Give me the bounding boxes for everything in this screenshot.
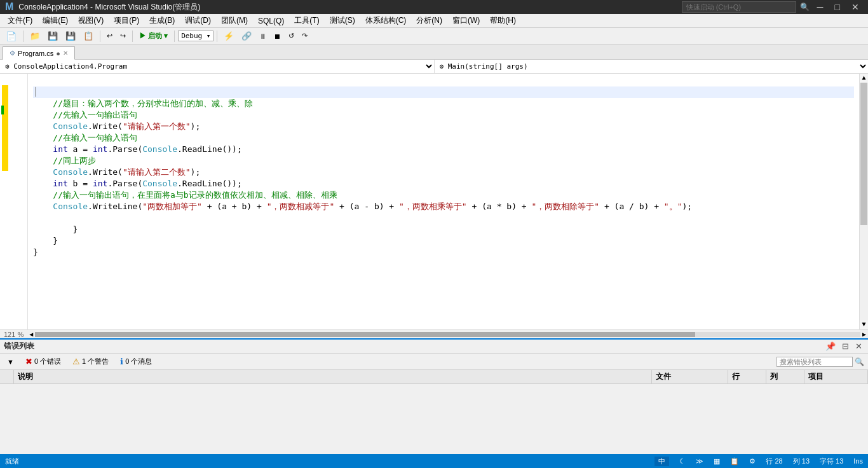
line-num xyxy=(10,189,25,201)
warning-icon: ⚠ xyxy=(72,357,80,366)
editor-and-panels: │ //题目：输入两个数，分别求出他们的加、减、乘、除 //先输入一句输出语句 … xyxy=(0,74,868,440)
menu-file[interactable]: 文件(F) xyxy=(3,14,37,27)
undo-button[interactable]: ↩ xyxy=(104,30,116,43)
error-list-header: 说明 文件 行 列 项目 xyxy=(0,370,868,384)
col-header-row[interactable]: 行 xyxy=(728,370,766,383)
line-num xyxy=(10,212,25,224)
info-icon: ℹ xyxy=(120,357,123,366)
toolbar-btn-5[interactable]: 📋 xyxy=(80,30,97,43)
error-list-table: 说明 文件 行 列 项目 xyxy=(0,370,868,440)
toolbar-btn-step[interactable]: ↷ xyxy=(299,30,311,43)
line-num xyxy=(10,235,25,247)
tab-close-button[interactable]: ✕ xyxy=(63,50,68,57)
menu-architecture[interactable]: 体系结构(C) xyxy=(360,14,412,27)
filter-warnings-button[interactable]: ⚠ 1 个警告 xyxy=(69,355,112,368)
minimize-button[interactable]: ─ xyxy=(813,2,827,12)
menu-window[interactable]: 窗口(W) xyxy=(447,14,485,27)
hscroll-left-arrow[interactable]: ◀ xyxy=(27,331,35,338)
menu-test[interactable]: 测试(S) xyxy=(325,14,360,27)
menu-sql[interactable]: SQL(Q) xyxy=(253,15,289,27)
indicator-column xyxy=(0,74,10,329)
hscrollbar: 121 % ◀ ▶ xyxy=(0,329,868,338)
errorlist-dock-button[interactable]: ⊟ xyxy=(840,341,851,351)
menu-edit[interactable]: 编辑(E) xyxy=(37,14,73,27)
hscroll-track[interactable] xyxy=(35,332,860,337)
menu-debug[interactable]: 调试(D) xyxy=(180,14,216,27)
line-num xyxy=(10,144,25,155)
error-list-panel: 错误列表 📌 ⊟ ✕ ▼ ✖ 0 个错误 ⚠ 1 个警告 xyxy=(0,338,868,440)
code-comment-4: //同上两步 xyxy=(33,156,96,165)
member-nav-dropdown[interactable]: ⚙ Main(string[] args) xyxy=(435,60,869,73)
code-line-14: } xyxy=(33,247,38,257)
save-button[interactable]: 💾 xyxy=(44,30,61,43)
scroll-up-arrow[interactable]: ▲ xyxy=(860,74,868,83)
errorlist-close-button[interactable]: ✕ xyxy=(853,341,864,351)
restore-button[interactable]: □ xyxy=(831,2,844,12)
code-comment-5: //输入一句输出语句，在里面将a与b记录的数值依次相加、相减、相除、相乘 xyxy=(33,190,337,200)
code-editor[interactable]: │ //题目：输入两个数，分别求出他们的加、减、乘、除 //先输入一句输出语句 … xyxy=(28,74,859,329)
save-all-button[interactable]: 💾 xyxy=(62,30,79,43)
col-header-file[interactable]: 文件 xyxy=(652,370,728,383)
line-num xyxy=(10,98,25,109)
toolbar-btn-run[interactable]: ⚡ xyxy=(220,30,237,43)
toolbar-btn-attach[interactable]: 🔗 xyxy=(238,30,255,43)
search-icon[interactable]: 🔍 xyxy=(855,357,864,366)
menu-build[interactable]: 生成(B) xyxy=(144,14,180,27)
filter-toggle[interactable]: ▼ xyxy=(4,357,17,367)
hscroll-right-arrow[interactable]: ▶ xyxy=(860,331,868,338)
toolbar-btn-restart[interactable]: ↺ xyxy=(285,30,297,43)
col-header-project[interactable]: 项目 xyxy=(804,370,868,383)
vs-logo: M xyxy=(5,1,13,13)
tab-modified: ● xyxy=(56,50,60,57)
toolbar-separator-5 xyxy=(217,31,217,42)
col-header-icon[interactable] xyxy=(0,370,14,383)
redo-button[interactable]: ↪ xyxy=(117,30,129,43)
menu-tools[interactable]: 工具(T) xyxy=(289,14,324,27)
breakpoint-indicator xyxy=(2,85,8,171)
menu-team[interactable]: 团队(M) xyxy=(216,14,253,27)
menu-analyze[interactable]: 分析(N) xyxy=(411,14,447,27)
quick-launch-input[interactable] xyxy=(682,1,796,13)
menu-project[interactable]: 项目(P) xyxy=(109,14,144,27)
code-comment-3: //在输入一句输入语句 xyxy=(33,133,137,142)
error-list-toolbar: ▼ ✖ 0 个错误 ⚠ 1 个警告 ℹ 0 个消息 🔍 xyxy=(0,354,868,370)
cursor-line: │ xyxy=(33,86,854,98)
open-button[interactable]: 📁 xyxy=(27,30,43,43)
menu-help[interactable]: 帮助(H) xyxy=(485,14,521,27)
code-line-3: Console.Write("请输入第一个数"); xyxy=(33,121,200,131)
errorlist-pin-button[interactable]: 📌 xyxy=(824,341,837,351)
code-comment-1: //题目：输入两个数，分别求出他们的加、减、乘、除 xyxy=(33,99,253,108)
info-count: 0 个消息 xyxy=(125,357,152,366)
debug-config-dropdown[interactable]: Debug ▾ xyxy=(178,31,214,41)
toolbar-separator-1 xyxy=(23,31,24,42)
line-num xyxy=(10,178,25,189)
titlebar-left: M ConsoleApplication4 - Microsoft Visual… xyxy=(5,1,200,13)
warning-count: 1 个警告 xyxy=(82,357,109,366)
scroll-down-arrow[interactable]: ▼ xyxy=(860,320,868,329)
filter-errors-button[interactable]: ✖ 0 个错误 xyxy=(22,355,64,368)
code-line-12: } xyxy=(33,224,78,234)
col-header-col[interactable]: 列 xyxy=(766,370,804,383)
toolbar: 📄 📁 💾 💾 📋 ↩ ↪ ▶ ▶ 启动启动 ▾ Debug ▾ ⚡ 🔗 ⏸ ⏹… xyxy=(0,28,868,45)
col-header-description[interactable]: 说明 xyxy=(14,370,652,383)
toolbar-separator-2 xyxy=(100,31,100,42)
tabbar: ⚙ Program.cs ● ✕ xyxy=(0,45,868,60)
scroll-thumb[interactable] xyxy=(860,83,867,225)
close-button[interactable]: ✕ xyxy=(848,2,863,12)
tab-program-cs[interactable]: ⚙ Program.cs ● ✕ xyxy=(3,46,75,60)
right-scrollbar[interactable]: ▲ ▼ xyxy=(859,74,868,329)
navbar: ⚙ ConsoleApplication4.Program ⚙ Main(str… xyxy=(0,60,868,74)
start-button[interactable]: ▶ ▶ 启动启动 ▾ xyxy=(136,30,171,43)
filter-messages-button[interactable]: ℹ 0 个消息 xyxy=(117,355,155,368)
hscroll-thumb[interactable] xyxy=(35,332,695,337)
class-nav-dropdown[interactable]: ⚙ ConsoleApplication4.Program xyxy=(0,60,435,73)
line-number-gutter xyxy=(10,74,28,329)
toolbar-btn-stop[interactable]: ⏹ xyxy=(271,30,284,43)
error-search-input[interactable] xyxy=(776,357,853,367)
menu-view[interactable]: 视图(V) xyxy=(73,14,109,27)
scroll-track[interactable] xyxy=(860,83,868,320)
new-project-button[interactable]: 📄 xyxy=(3,30,20,43)
code-comment-2: //先输入一句输出语句 xyxy=(33,110,137,120)
toolbar-btn-pause[interactable]: ⏸ xyxy=(256,30,269,43)
search-icon[interactable]: 🔍 xyxy=(800,3,810,11)
